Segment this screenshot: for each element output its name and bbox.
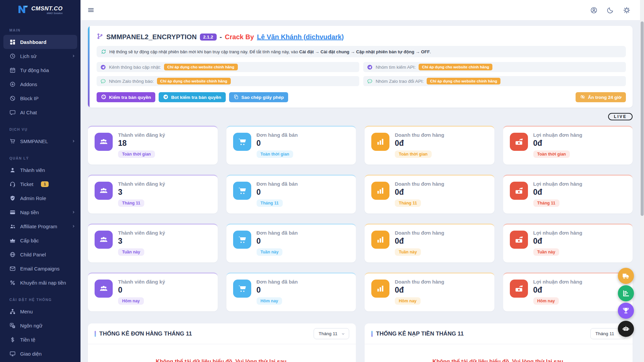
sidebar-item-khuyến-mãi-nạp-tiền[interactable]: Khuyến mãi nạp tiền (0, 276, 80, 290)
zalo-icon (100, 78, 106, 84)
scrollbar-thumb[interactable] (641, 21, 644, 216)
stat-card: Lợi nhuận đơn hàng0đToàn thời gian (503, 126, 633, 165)
sidebar-item-label: Ticket (20, 181, 33, 187)
sidebar-item-label: AI Chat (20, 110, 37, 115)
stat-value: 0đ (533, 139, 582, 148)
sidebar-item-admin-role[interactable]: Admin Role (0, 191, 80, 205)
shield-icon (9, 195, 16, 201)
stat-title: Lợi nhuận đơn hàng (533, 279, 582, 285)
channel-label: Kênh thông báo cập nhật: (109, 65, 161, 70)
sidebar-item-label: Ngôn ngữ (20, 323, 43, 328)
stat-card: Thành viên đăng ký3Tuần này (88, 224, 218, 262)
sidebar-item-giao-diện[interactable]: Giao diện (0, 347, 80, 361)
stat-title: Thành viên đăng ký (118, 132, 165, 138)
moon-icon[interactable] (606, 6, 614, 14)
cart-filled-icon (233, 133, 251, 151)
sidebar-item-ngôn-ngữ[interactable]: Ngôn ngữ (0, 318, 80, 333)
stats-fab[interactable] (618, 285, 634, 301)
sidebar-item-label: Menu (20, 309, 33, 314)
eye-slash-icon (580, 94, 585, 101)
brand-logo[interactable]: CMSNT.CO MMO Solution (0, 0, 80, 20)
bot-check-license-button[interactable]: Bot kiểm tra bản quyền (159, 92, 225, 102)
sidebar-item-tiền-tệ[interactable]: Tiền tệ (0, 333, 80, 347)
stat-title: Doanh thu đơn hàng (395, 132, 444, 138)
stat-value: 18 (118, 139, 165, 148)
stat-value: 3 (118, 237, 165, 246)
sidebar-item-addons[interactable]: Addons (0, 77, 80, 91)
stat-period-badge: Tháng 11 (395, 199, 421, 207)
stat-period-badge: Hôm nay (118, 297, 144, 305)
sidebar-item-child-panel[interactable]: Child Panel (0, 247, 80, 261)
sidebar-item-cấp-bậc[interactable]: Cấp bậc (0, 233, 80, 247)
crack-author-link[interactable]: Lê Văn Khánh (dichvudark) (257, 33, 344, 41)
user-circle-icon[interactable] (590, 6, 598, 14)
gear-icon[interactable] (623, 6, 631, 14)
sidebar-item-ai-chat[interactable]: AI Chat (0, 105, 80, 119)
stat-period-badge: Tháng 11 (533, 199, 559, 207)
month-select[interactable]: Tháng 11 (314, 328, 349, 339)
stat-card: Thành viên đăng ký3Tháng 11 (88, 175, 218, 214)
sidebar-item-block-ip[interactable]: Block IP (0, 91, 80, 105)
chevron-right-icon (71, 210, 76, 215)
sidebar-item-affiliate-program[interactable]: Affiliate Program (0, 219, 80, 233)
sidebar-item-label: Tự động hóa (20, 67, 49, 73)
sidebar-section-label: MAIN (9, 28, 80, 32)
live-badge: LIVE (608, 113, 633, 120)
stat-value: 0đ (533, 237, 582, 246)
sidebar-item-label: Email Campaigns (20, 266, 60, 272)
delivery-fab[interactable] (618, 268, 634, 284)
sidebar-item-label: Block IP (20, 96, 39, 101)
sidebar-item-label: Nạp tiền (20, 209, 39, 215)
hamburger-menu-icon[interactable] (87, 6, 95, 14)
main-content: SMMPANEL2_ENCRYPTION 2.1.2 - Crack By Lê… (80, 20, 644, 362)
channel-badge: Chỉ áp dụng cho website chính hãng (164, 64, 238, 70)
stat-card: Đơn hàng đã bán0Hôm nay (226, 273, 356, 311)
stat-period-badge: Hôm nay (257, 297, 282, 305)
sidebar-item-thành-viên[interactable]: Thành viên (0, 163, 80, 177)
brand-mark-icon (18, 5, 29, 15)
sidebar-item-lịch-sử[interactable]: Lịch sử (0, 49, 80, 63)
sidebar-item-menu[interactable]: Menu (0, 304, 80, 318)
sync-icon (101, 49, 106, 54)
headset-icon (9, 181, 16, 187)
stat-title: Đơn hàng đã bán (257, 279, 298, 285)
stat-title: Thành viên đăng ký (118, 279, 165, 285)
sidebar-item-dashboard[interactable]: Dashboard (3, 35, 77, 49)
chevron-right-icon (71, 224, 76, 229)
sidebar-item-tự-động-hóa[interactable]: Tự động hóa (0, 63, 80, 77)
page-scrollbar[interactable] (640, 0, 644, 362)
hide-24h-button[interactable]: Ẩn trong 24 giờ (576, 92, 626, 102)
chatbot-fab[interactable] (618, 321, 634, 337)
sidebar-item-label: SMMPANEL (20, 138, 48, 144)
bar-chart-icon (371, 182, 389, 200)
notice-text: Hệ thống sẽ tự động cập nhật phiên bản m… (109, 49, 431, 54)
git-branch-icon (97, 33, 103, 41)
ranking-fab[interactable] (618, 303, 634, 319)
users-group-icon (95, 182, 113, 200)
channel-badge: Chỉ áp dụng cho website chính hãng (157, 78, 231, 84)
sidebar-item-label: Addons (20, 81, 37, 87)
dollar-icon (9, 337, 16, 343)
brand-tagline: MMO Solution (31, 12, 62, 15)
topbar (80, 0, 644, 20)
stat-card: Lợi nhuận đơn hàng0đHôm nay (503, 273, 633, 311)
sidebar-item-email-campaigns[interactable]: Email Campaigns (0, 261, 80, 276)
telegram-plane-icon (163, 94, 168, 101)
check-license-button[interactable]: Kiểm tra bản quyền (97, 92, 155, 102)
stat-card: Đơn hàng đã bán0Toàn thời gian (226, 126, 356, 165)
license-card: SMMPANEL2_ENCRYPTION 2.1.2 - Crack By Lê… (88, 26, 633, 108)
clock-icon (9, 53, 16, 59)
dashboard-icon (9, 39, 16, 45)
copy-license-button[interactable]: Sao chép giấy phép (229, 92, 288, 102)
sidebar-item-smmpanel[interactable]: SMMPANEL (0, 134, 80, 148)
channel-label: Nhóm tìm kiếm API: (376, 65, 416, 70)
users-group-icon (95, 231, 113, 249)
sidebar-item-nạp-tiền[interactable]: Nạp tiền (0, 205, 80, 219)
sidebar-item-ticket[interactable]: Ticket1 (0, 177, 80, 191)
translate-icon (9, 322, 16, 329)
title-accent-bar (95, 331, 96, 337)
sidebar-item-label: Child Panel (20, 252, 46, 257)
chat-icon (9, 109, 16, 116)
chart-panel: THỐNG KÊ NẠP TIỀN THÁNG 11Tháng 11Không … (365, 323, 633, 362)
person-icon (9, 167, 16, 173)
